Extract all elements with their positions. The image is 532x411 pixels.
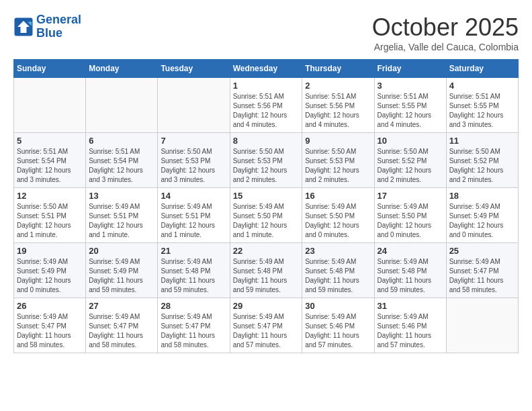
calendar-cell: 9Sunrise: 5:50 AM Sunset: 5:53 PM Daylig… <box>302 133 374 188</box>
calendar-cell: 26Sunrise: 5:49 AM Sunset: 5:47 PM Dayli… <box>14 298 86 353</box>
day-number: 27 <box>89 301 154 311</box>
calendar-cell: 23Sunrise: 5:49 AM Sunset: 5:48 PM Dayli… <box>302 243 374 298</box>
day-info: Sunrise: 5:49 AM Sunset: 5:49 PM Dayligh… <box>17 257 83 295</box>
day-number: 6 <box>89 136 154 146</box>
day-info: Sunrise: 5:51 AM Sunset: 5:54 PM Dayligh… <box>89 147 154 185</box>
day-number: 29 <box>233 301 300 311</box>
day-info: Sunrise: 5:51 AM Sunset: 5:55 PM Dayligh… <box>449 92 515 130</box>
day-info: Sunrise: 5:49 AM Sunset: 5:48 PM Dayligh… <box>305 257 371 295</box>
day-info: Sunrise: 5:49 AM Sunset: 5:48 PM Dayligh… <box>378 257 443 295</box>
day-number: 25 <box>449 246 515 256</box>
day-number: 28 <box>161 301 226 311</box>
day-number: 24 <box>378 246 443 256</box>
day-number: 4 <box>449 81 515 91</box>
day-info: Sunrise: 5:49 AM Sunset: 5:47 PM Dayligh… <box>161 312 226 350</box>
day-info: Sunrise: 5:49 AM Sunset: 5:46 PM Dayligh… <box>378 312 443 350</box>
weekday-header: Monday <box>86 60 158 78</box>
page-header: General Blue October 2025 Argelia, Valle… <box>13 13 519 52</box>
calendar-week-row: 26Sunrise: 5:49 AM Sunset: 5:47 PM Dayli… <box>14 298 519 353</box>
day-number: 15 <box>233 191 300 201</box>
calendar-cell: 29Sunrise: 5:49 AM Sunset: 5:47 PM Dayli… <box>230 298 302 353</box>
calendar-cell: 19Sunrise: 5:49 AM Sunset: 5:49 PM Dayli… <box>14 243 86 298</box>
day-info: Sunrise: 5:49 AM Sunset: 5:47 PM Dayligh… <box>89 312 154 350</box>
calendar-cell: 13Sunrise: 5:49 AM Sunset: 5:51 PM Dayli… <box>86 188 158 243</box>
day-info: Sunrise: 5:49 AM Sunset: 5:50 PM Dayligh… <box>233 202 300 240</box>
calendar-cell <box>446 298 518 353</box>
logo-icon <box>13 17 34 37</box>
day-info: Sunrise: 5:49 AM Sunset: 5:49 PM Dayligh… <box>89 257 154 295</box>
day-number: 30 <box>305 301 371 311</box>
calendar-cell: 25Sunrise: 5:49 AM Sunset: 5:47 PM Dayli… <box>446 243 518 298</box>
calendar-cell: 17Sunrise: 5:49 AM Sunset: 5:50 PM Dayli… <box>374 188 446 243</box>
day-info: Sunrise: 5:49 AM Sunset: 5:50 PM Dayligh… <box>378 202 443 240</box>
day-info: Sunrise: 5:49 AM Sunset: 5:50 PM Dayligh… <box>305 202 371 240</box>
day-number: 26 <box>17 301 83 311</box>
calendar-cell: 16Sunrise: 5:49 AM Sunset: 5:50 PM Dayli… <box>302 188 374 243</box>
day-number: 9 <box>305 136 371 146</box>
logo-general: General <box>36 13 81 26</box>
day-number: 14 <box>161 191 226 201</box>
day-number: 5 <box>17 136 83 146</box>
calendar-week-row: 19Sunrise: 5:49 AM Sunset: 5:49 PM Dayli… <box>14 243 519 298</box>
calendar-cell: 21Sunrise: 5:49 AM Sunset: 5:48 PM Dayli… <box>158 243 230 298</box>
day-number: 16 <box>305 191 371 201</box>
day-number: 13 <box>89 191 154 201</box>
calendar-cell: 11Sunrise: 5:50 AM Sunset: 5:52 PM Dayli… <box>446 133 518 188</box>
calendar-week-row: 12Sunrise: 5:50 AM Sunset: 5:51 PM Dayli… <box>14 188 519 243</box>
calendar-cell: 28Sunrise: 5:49 AM Sunset: 5:47 PM Dayli… <box>158 298 230 353</box>
calendar-cell <box>14 78 86 133</box>
calendar-week-row: 5Sunrise: 5:51 AM Sunset: 5:54 PM Daylig… <box>14 133 519 188</box>
weekday-header: Wednesday <box>230 60 302 78</box>
month-title: October 2025 <box>372 13 519 42</box>
location-subtitle: Argelia, Valle del Cauca, Colombia <box>372 42 519 52</box>
calendar-cell: 7Sunrise: 5:50 AM Sunset: 5:53 PM Daylig… <box>158 133 230 188</box>
day-info: Sunrise: 5:49 AM Sunset: 5:51 PM Dayligh… <box>89 202 154 240</box>
calendar-cell <box>158 78 230 133</box>
day-info: Sunrise: 5:49 AM Sunset: 5:47 PM Dayligh… <box>449 257 515 295</box>
day-number: 18 <box>449 191 515 201</box>
calendar-cell: 5Sunrise: 5:51 AM Sunset: 5:54 PM Daylig… <box>14 133 86 188</box>
day-info: Sunrise: 5:50 AM Sunset: 5:52 PM Dayligh… <box>378 147 443 185</box>
day-info: Sunrise: 5:51 AM Sunset: 5:56 PM Dayligh… <box>233 92 300 130</box>
calendar-cell: 4Sunrise: 5:51 AM Sunset: 5:55 PM Daylig… <box>446 78 518 133</box>
day-info: Sunrise: 5:49 AM Sunset: 5:47 PM Dayligh… <box>233 312 300 350</box>
calendar-cell: 2Sunrise: 5:51 AM Sunset: 5:56 PM Daylig… <box>302 78 374 133</box>
day-number: 20 <box>89 246 154 256</box>
day-info: Sunrise: 5:49 AM Sunset: 5:47 PM Dayligh… <box>17 312 83 350</box>
day-info: Sunrise: 5:51 AM Sunset: 5:54 PM Dayligh… <box>17 147 83 185</box>
day-info: Sunrise: 5:50 AM Sunset: 5:53 PM Dayligh… <box>161 147 226 185</box>
day-number: 22 <box>233 246 300 256</box>
day-number: 23 <box>305 246 371 256</box>
day-number: 2 <box>305 81 371 91</box>
title-block: October 2025 Argelia, Valle del Cauca, C… <box>372 13 519 52</box>
calendar-cell: 22Sunrise: 5:49 AM Sunset: 5:48 PM Dayli… <box>230 243 302 298</box>
calendar-cell: 30Sunrise: 5:49 AM Sunset: 5:46 PM Dayli… <box>302 298 374 353</box>
day-number: 8 <box>233 136 300 146</box>
logo: General Blue <box>13 13 81 40</box>
weekday-header: Saturday <box>446 60 518 78</box>
calendar-cell: 6Sunrise: 5:51 AM Sunset: 5:54 PM Daylig… <box>86 133 158 188</box>
weekday-header: Thursday <box>302 60 374 78</box>
weekday-header: Sunday <box>14 60 86 78</box>
day-number: 17 <box>378 191 443 201</box>
day-number: 12 <box>17 191 83 201</box>
calendar-cell: 20Sunrise: 5:49 AM Sunset: 5:49 PM Dayli… <box>86 243 158 298</box>
day-number: 1 <box>233 81 300 91</box>
day-number: 7 <box>161 136 226 146</box>
calendar-cell: 15Sunrise: 5:49 AM Sunset: 5:50 PM Dayli… <box>230 188 302 243</box>
day-info: Sunrise: 5:50 AM Sunset: 5:52 PM Dayligh… <box>449 147 515 185</box>
calendar-week-row: 1Sunrise: 5:51 AM Sunset: 5:56 PM Daylig… <box>14 78 519 133</box>
calendar-cell: 3Sunrise: 5:51 AM Sunset: 5:55 PM Daylig… <box>374 78 446 133</box>
calendar-cell: 18Sunrise: 5:49 AM Sunset: 5:49 PM Dayli… <box>446 188 518 243</box>
day-number: 3 <box>378 81 443 91</box>
calendar-cell: 27Sunrise: 5:49 AM Sunset: 5:47 PM Dayli… <box>86 298 158 353</box>
calendar-cell: 14Sunrise: 5:49 AM Sunset: 5:51 PM Dayli… <box>158 188 230 243</box>
day-info: Sunrise: 5:50 AM Sunset: 5:53 PM Dayligh… <box>233 147 300 185</box>
calendar-cell: 8Sunrise: 5:50 AM Sunset: 5:53 PM Daylig… <box>230 133 302 188</box>
day-info: Sunrise: 5:50 AM Sunset: 5:53 PM Dayligh… <box>305 147 371 185</box>
day-number: 10 <box>378 136 443 146</box>
weekday-header-row: SundayMondayTuesdayWednesdayThursdayFrid… <box>14 60 519 78</box>
day-info: Sunrise: 5:49 AM Sunset: 5:46 PM Dayligh… <box>305 312 371 350</box>
day-info: Sunrise: 5:51 AM Sunset: 5:55 PM Dayligh… <box>378 92 443 130</box>
day-info: Sunrise: 5:49 AM Sunset: 5:48 PM Dayligh… <box>161 257 226 295</box>
